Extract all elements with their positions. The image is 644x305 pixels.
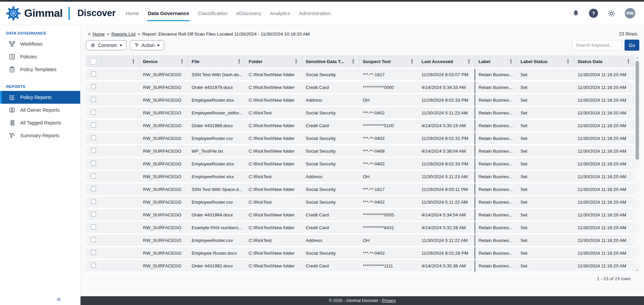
cell-label-status: Set xyxy=(517,145,574,158)
column-menu-icon[interactable]: ⋮ xyxy=(625,58,632,64)
chevron-down-icon xyxy=(119,45,122,46)
cell-device: RW_SURFACEGO xyxy=(140,260,188,273)
cell-blank xyxy=(101,171,140,184)
table-row: RW_SURFACEGO EmployeeRoster_oldfor... C:… xyxy=(86,107,634,120)
breadcrumb-reports-list-link[interactable]: Reports List xyxy=(111,32,136,37)
cell-blank xyxy=(101,247,140,260)
scrollbar-thumb[interactable] xyxy=(636,61,639,160)
cell-blank xyxy=(101,209,140,222)
sidebar-item-summary-reports[interactable]: Summary Reports xyxy=(0,129,80,142)
cell-device: RW_SURFACEGO xyxy=(140,235,188,247)
sidebar-item-all-tagged-reports[interactable]: All Tagged Reports xyxy=(0,116,80,129)
row-checkbox[interactable] xyxy=(91,199,96,204)
column-menu-icon[interactable]: ⋮ xyxy=(179,58,185,64)
row-checkbox[interactable] xyxy=(91,250,96,255)
column-label-folder: Folder xyxy=(249,59,262,64)
nav-administration[interactable]: Administration xyxy=(299,2,331,25)
table-row: RW_SURFACEGO EmployeeRoster.xlsx C:\Rick… xyxy=(86,158,634,171)
cell-sensitive-data-type: Credit Card xyxy=(302,82,359,94)
vertical-scrollbar[interactable]: ▲ ▼ xyxy=(635,55,639,273)
cell-last-accessed: 4/14/2024 5:35:15 AM xyxy=(418,120,475,133)
settings-gear-icon[interactable] xyxy=(607,9,616,18)
row-checkbox[interactable] xyxy=(91,173,96,179)
row-checkbox[interactable] xyxy=(91,97,96,102)
cell-sensitive-data-type: Social Security xyxy=(302,158,359,171)
column-menu-icon[interactable]: ⋮ xyxy=(130,58,137,64)
row-checkbox[interactable] xyxy=(91,263,96,268)
sidebar-item-all-owner-reports[interactable]: All Owner Reports xyxy=(0,104,80,116)
sidebar-collapse-button[interactable]: « xyxy=(57,296,61,303)
column-menu-icon[interactable]: ⋮ xyxy=(508,58,514,64)
row-checkbox[interactable] xyxy=(91,186,96,191)
cell-file: Example PAN numbers... xyxy=(188,222,245,235)
bell-icon[interactable] xyxy=(572,9,580,17)
go-button[interactable]: Go xyxy=(625,40,639,51)
column-menu-icon[interactable]: ⋮ xyxy=(466,58,472,64)
column-menu-icon[interactable]: ⋮ xyxy=(565,58,571,64)
table-row: RW_SURFACEGO Employee Roster.docx C:\Ric… xyxy=(86,247,634,260)
nav-data-governance[interactable]: Data Governance xyxy=(148,2,189,25)
table-header-row: ⋮ Device⋮ File⋮ Folder⋮ Sensitive Data T… xyxy=(86,55,634,69)
chevron-down-icon xyxy=(157,45,160,46)
row-checkbox[interactable] xyxy=(91,224,96,230)
cell-device: RW_SURFACEGO xyxy=(140,184,188,196)
nav-classification[interactable]: Classification xyxy=(198,2,228,25)
row-checkbox[interactable] xyxy=(91,237,96,242)
search-input[interactable] xyxy=(572,40,622,50)
cell-suspect-text: ***-**-0408 xyxy=(359,145,418,158)
sidebar-item-policies[interactable]: Policies xyxy=(0,50,80,63)
row-checkbox[interactable] xyxy=(91,122,96,128)
cell-file: EmployeeRoster.csv xyxy=(188,196,245,209)
cell-label-status: Set xyxy=(517,209,574,222)
row-checkbox[interactable] xyxy=(91,212,96,217)
cell-blank xyxy=(101,222,140,235)
cell-sensitive-data-type: Address xyxy=(302,235,359,247)
cell-blank xyxy=(101,133,140,145)
row-checkbox[interactable] xyxy=(91,161,96,166)
cell-file: EmployeeRoster.xlsx xyxy=(188,94,245,107)
brand-logo[interactable]: Gimmal Discover xyxy=(6,6,115,21)
scroll-up-icon[interactable]: ▲ xyxy=(635,56,639,59)
table-row: RW_SURFACEGO EmployeeRoster.csv C:\RickT… xyxy=(86,235,634,247)
footer-copyright: © 2025 - Gimmal Discover - xyxy=(329,298,381,303)
nav-ediscovery[interactable]: eDiscovery xyxy=(236,2,261,25)
column-menu-icon[interactable]: ⋮ xyxy=(236,58,242,64)
cell-last-accessed: 11/29/2024 8:02:33 PM xyxy=(418,94,475,107)
action-dropdown-button[interactable]: Action xyxy=(130,40,164,50)
sidebar-item-label: Policy Templates xyxy=(20,67,57,72)
brand-product: Discover xyxy=(77,8,115,18)
row-checkbox[interactable] xyxy=(91,148,96,153)
common-dropdown-button[interactable]: Common xyxy=(86,40,127,50)
sidebar-item-workflows[interactable]: Workflows xyxy=(0,38,80,50)
cell-label-status: Set xyxy=(517,82,574,94)
cell-last-accessed: 4/14/2024 5:34:33 AM xyxy=(418,82,475,94)
column-menu-icon[interactable]: ⋮ xyxy=(350,58,356,64)
table-row: RW_SURFACEGO WF_TestFile.txt C:\RickTest… xyxy=(86,145,634,158)
sidebar-item-policy-templates[interactable]: Policy Templates xyxy=(0,63,80,76)
cell-file: EmployeeRoster_oldfor... xyxy=(188,107,245,120)
cell-sensitive-data-type: Social Security xyxy=(302,107,359,120)
cell-label-status: Set xyxy=(517,107,574,120)
row-checkbox[interactable] xyxy=(91,84,96,89)
scroll-down-icon[interactable]: ▼ xyxy=(635,269,639,272)
row-checkbox[interactable] xyxy=(91,135,96,140)
column-menu-icon[interactable]: ⋮ xyxy=(409,58,415,64)
help-icon[interactable]: ? xyxy=(589,9,598,18)
table-row: RW_SURFACEGO Order 4431988.docx C:\RickT… xyxy=(86,120,634,133)
privacy-link[interactable]: Privacy xyxy=(382,298,396,303)
nav-home[interactable]: Home xyxy=(126,2,139,25)
cell-suspect-text: ***-**-0402 xyxy=(359,133,418,145)
nav-analytics[interactable]: Analytics xyxy=(270,2,290,25)
row-checkbox[interactable] xyxy=(91,71,96,77)
breadcrumb-home-link[interactable]: Home xyxy=(93,32,105,37)
sidebar-item-policy-reports[interactable]: Policy Reports xyxy=(0,91,80,104)
cell-label-status: Set xyxy=(517,171,574,184)
cell-suspect-text: ***-**-1817 xyxy=(359,69,418,82)
row-checkbox[interactable] xyxy=(91,110,96,115)
user-avatar[interactable]: RW xyxy=(625,8,635,18)
action-button-label: Action xyxy=(142,43,155,48)
common-button-label: Common xyxy=(98,43,117,48)
cell-label-status: Set xyxy=(517,133,574,145)
column-menu-icon[interactable]: ⋮ xyxy=(293,58,299,64)
select-all-checkbox[interactable] xyxy=(90,58,96,64)
